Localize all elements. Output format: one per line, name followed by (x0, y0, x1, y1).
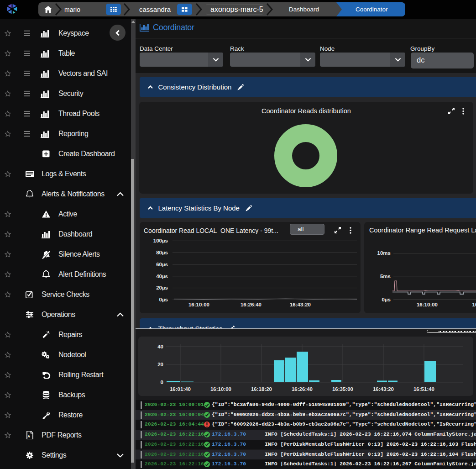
svg-text:16:43:20: 16:43:20 (290, 302, 311, 307)
svg-text:16:2: 16:2 (472, 302, 476, 307)
svg-text:16:51:40: 16:51:40 (413, 386, 434, 392)
svg-text:20: 20 (157, 362, 163, 367)
svg-text:16:35:00: 16:35:00 (332, 386, 353, 392)
svg-text:100µs: 100µs (153, 238, 168, 243)
svg-text:60µs: 60µs (156, 262, 168, 267)
svg-text:20µs: 20µs (156, 285, 168, 290)
svg-text:16:18:20: 16:18:20 (251, 386, 272, 392)
svg-text:16:10:00: 16:10:00 (210, 386, 231, 392)
svg-text:80µs: 80µs (156, 250, 168, 255)
svg-text:16:10:00: 16:10:00 (417, 302, 438, 307)
svg-text:10ms: 10ms (377, 250, 391, 256)
svg-text:16:26:40: 16:26:40 (241, 302, 262, 307)
svg-text:0µs: 0µs (159, 297, 168, 302)
svg-text:0: 0 (161, 379, 163, 385)
svg-text:0µs: 0µs (382, 297, 391, 302)
svg-text:16:43:20: 16:43:20 (373, 386, 394, 392)
svg-text:40: 40 (157, 344, 163, 349)
svg-text:16:01:40: 16:01:40 (170, 386, 191, 392)
svg-text:5ms: 5ms (380, 274, 391, 279)
svg-text:16:26:40: 16:26:40 (292, 386, 313, 392)
svg-text:16:10:00: 16:10:00 (188, 302, 209, 307)
svg-text:40µs: 40µs (156, 274, 168, 279)
